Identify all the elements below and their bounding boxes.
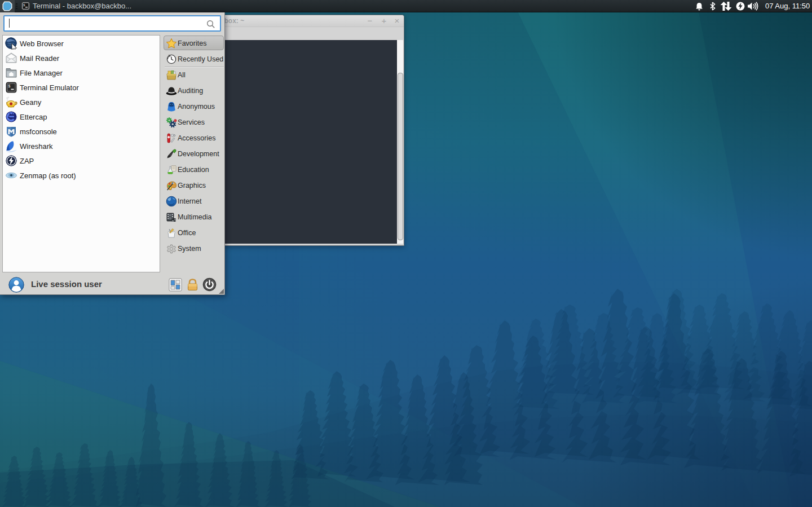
- svg-text:$: $: [23, 3, 25, 7]
- svg-text:$: $: [8, 84, 10, 89]
